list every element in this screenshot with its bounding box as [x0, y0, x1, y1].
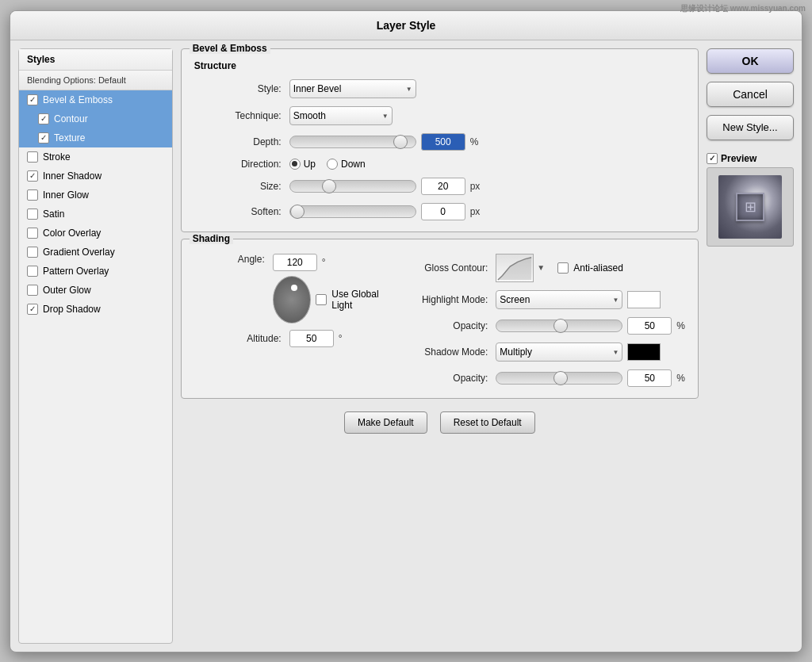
- opacity1-input[interactable]: [627, 317, 672, 335]
- shadow-color-swatch[interactable]: [627, 343, 661, 361]
- size-input[interactable]: [421, 178, 465, 195]
- opacity1-control: %: [496, 317, 685, 335]
- style-select[interactable]: Inner Bevel Outer Bevel Emboss Pillow Em…: [289, 79, 416, 98]
- shadow-mode-select[interactable]: Multiply Normal Screen Overlay: [496, 342, 622, 362]
- contour-checkbox[interactable]: ✓: [38, 113, 49, 124]
- depth-unit: %: [470, 136, 479, 147]
- highlight-mode-label: Highlight Mode:: [400, 294, 496, 305]
- style-select-wrapper: Inner Bevel Outer Bevel Emboss Pillow Em…: [289, 79, 416, 98]
- gloss-contour-control: ▼ Anti-aliased: [496, 254, 623, 282]
- highlight-mode-select-wrapper: Screen Normal Multiply Overlay: [496, 290, 622, 309]
- styles-header: Styles: [19, 49, 172, 71]
- direction-down-item[interactable]: Down: [327, 159, 366, 170]
- preview-container: ✓ Preview ⊞: [707, 153, 794, 247]
- sidebar-item-drop-shadow[interactable]: ✓ Drop Shadow: [19, 300, 172, 319]
- pattern-overlay-checkbox[interactable]: [27, 266, 38, 277]
- gradient-overlay-label: Gradient Overlay: [43, 247, 115, 258]
- gloss-contour-row: Gloss Contour:: [400, 254, 685, 282]
- depth-input[interactable]: [421, 133, 465, 151]
- inner-shadow-label: Inner Shadow: [43, 170, 102, 182]
- depth-slider[interactable]: [289, 136, 416, 148]
- bottom-buttons: Make Default Reset to Default: [181, 411, 699, 437]
- altitude-input[interactable]: [289, 330, 334, 347]
- direction-up-radio[interactable]: [289, 159, 301, 170]
- opacity1-slider-thumb: [553, 319, 568, 333]
- opacity2-input[interactable]: [627, 369, 672, 387]
- soften-control: px: [289, 203, 481, 220]
- soften-slider[interactable]: [289, 205, 416, 218]
- direction-control: Up Down: [289, 159, 366, 170]
- anti-aliased-row: Anti-aliased: [557, 262, 623, 274]
- preview-label: ✓ Preview: [707, 153, 794, 164]
- direction-down-label: Down: [341, 159, 366, 170]
- sidebar-item-inner-glow[interactable]: Inner Glow: [19, 186, 172, 205]
- technique-control: Smooth Chisel Hard Chisel Soft: [289, 106, 393, 125]
- sidebar-item-texture[interactable]: ✓ Texture: [19, 128, 172, 147]
- opacity1-slider[interactable]: [496, 320, 622, 332]
- sidebar-item-gradient-overlay[interactable]: Gradient Overlay: [19, 243, 172, 262]
- depth-slider-thumb: [393, 135, 408, 149]
- reset-to-default-button[interactable]: Reset to Default: [440, 411, 535, 434]
- highlight-mode-select[interactable]: Screen Normal Multiply Overlay: [496, 290, 622, 309]
- size-control: px: [289, 178, 481, 195]
- color-overlay-checkbox[interactable]: [27, 228, 38, 239]
- right-panel: OK Cancel New Style... ✓ Preview ⊞: [707, 48, 794, 644]
- shadow-mode-label: Shadow Mode:: [400, 346, 496, 358]
- sidebar-item-satin[interactable]: Satin: [19, 205, 172, 224]
- angle-input[interactable]: [273, 254, 317, 271]
- sidebar-item-inner-shadow[interactable]: ✓ Inner Shadow: [19, 166, 172, 186]
- angle-dial[interactable]: [273, 276, 311, 323]
- use-global-light-row: Use Global Light: [316, 289, 385, 311]
- stroke-checkbox[interactable]: [27, 151, 38, 163]
- technique-select[interactable]: Smooth Chisel Hard Chisel Soft: [289, 106, 393, 125]
- highlight-mode-control: Screen Normal Multiply Overlay: [496, 290, 661, 309]
- color-overlay-label: Color Overlay: [43, 228, 101, 239]
- use-global-light-checkbox[interactable]: [316, 294, 327, 305]
- bevel-checkbox[interactable]: ✓: [27, 94, 38, 105]
- sidebar-item-pattern-overlay[interactable]: Pattern Overlay: [19, 262, 172, 281]
- new-style-button[interactable]: New Style...: [707, 115, 794, 140]
- texture-checkbox[interactable]: ✓: [38, 132, 49, 143]
- opacity1-row: Opacity: %: [400, 317, 685, 335]
- use-global-light-label: Use Global Light: [331, 289, 385, 311]
- soften-input[interactable]: [421, 203, 465, 220]
- shadow-mode-control: Multiply Normal Screen Overlay: [496, 342, 661, 362]
- opacity2-slider[interactable]: [496, 372, 622, 385]
- highlight-color-swatch[interactable]: [627, 291, 661, 308]
- sidebar-item-bevel[interactable]: ✓ Bevel & Emboss: [19, 90, 172, 109]
- outer-glow-checkbox[interactable]: [27, 285, 38, 296]
- gradient-overlay-checkbox[interactable]: [27, 247, 38, 258]
- sidebar-item-stroke[interactable]: Stroke: [19, 147, 172, 166]
- inner-glow-label: Inner Glow: [43, 189, 89, 201]
- shading-section: Shading Angle: °: [181, 239, 699, 399]
- altitude-row: Altitude: °: [194, 330, 343, 347]
- highlight-mode-row: Highlight Mode: Screen Normal Multiply O…: [400, 290, 685, 309]
- opacity2-row: Opacity: %: [400, 369, 685, 387]
- inner-shadow-checkbox[interactable]: ✓: [27, 170, 38, 182]
- direction-down-radio[interactable]: [327, 159, 338, 170]
- dialog-title: Layer Style: [377, 19, 436, 32]
- altitude-label: Altitude:: [194, 333, 289, 344]
- direction-up-item[interactable]: Up: [289, 159, 316, 170]
- sidebar-item-outer-glow[interactable]: Outer Glow: [19, 281, 172, 300]
- preview-checkbox[interactable]: ✓: [707, 153, 718, 164]
- bevel-label: Bevel & Emboss: [43, 94, 113, 105]
- contour-preview[interactable]: [496, 254, 534, 282]
- drop-shadow-checkbox[interactable]: ✓: [27, 304, 38, 315]
- contour-arrow-icon: ▼: [537, 263, 545, 272]
- cancel-button[interactable]: Cancel: [707, 82, 794, 107]
- ok-button[interactable]: OK: [707, 48, 794, 74]
- sidebar-item-color-overlay[interactable]: Color Overlay: [19, 224, 172, 243]
- make-default-button[interactable]: Make Default: [344, 411, 427, 434]
- sidebar-item-contour[interactable]: ✓ Contour: [19, 109, 172, 128]
- size-slider-thumb: [322, 179, 336, 193]
- opacity2-control: %: [496, 369, 685, 387]
- satin-label: Satin: [43, 209, 64, 220]
- shadow-mode-row: Shadow Mode: Multiply Normal Screen Over…: [400, 342, 685, 362]
- inner-glow-checkbox[interactable]: [27, 189, 38, 201]
- anti-aliased-label: Anti-aliased: [573, 262, 623, 274]
- anti-aliased-checkbox[interactable]: [557, 262, 569, 274]
- angle-label: Angle:: [194, 254, 273, 265]
- size-slider[interactable]: [289, 180, 416, 193]
- satin-checkbox[interactable]: [27, 209, 38, 220]
